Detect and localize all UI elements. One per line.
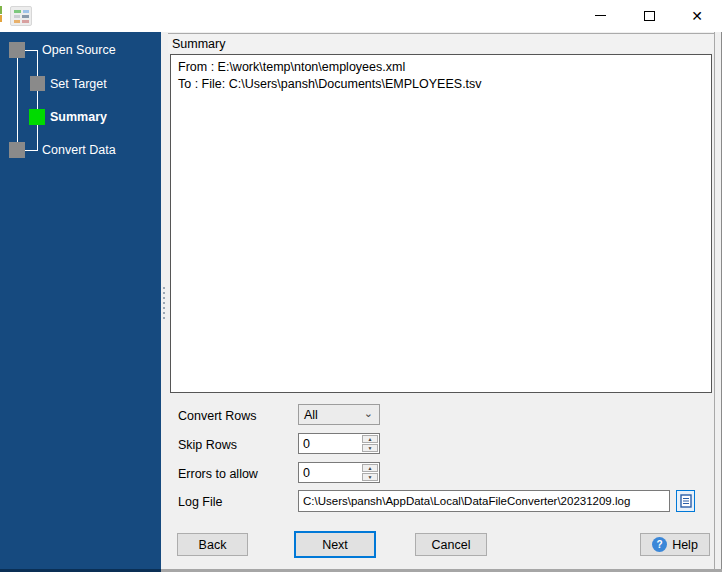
minimize-button[interactable] xyxy=(577,0,623,31)
log-file-input[interactable] xyxy=(298,490,670,512)
convert-rows-label: Convert Rows xyxy=(178,409,257,423)
chevron-down-icon: ⌄ xyxy=(364,407,373,420)
sidebar-splitter[interactable] xyxy=(161,32,168,569)
wizard-sidebar: Open Source Set Target Summary Convert D… xyxy=(0,32,161,569)
sidebar-item-summary[interactable]: Summary xyxy=(50,109,107,125)
maximize-icon xyxy=(644,11,655,21)
errors-to-allow-input[interactable] xyxy=(299,463,361,482)
panel-caption: Summary xyxy=(172,37,225,51)
background-window-sliver xyxy=(0,4,2,28)
step-square-convert-data[interactable] xyxy=(9,142,25,158)
log-file-browse-button[interactable] xyxy=(676,490,695,512)
step-square-set-target[interactable] xyxy=(30,76,45,91)
skip-rows-spin-up-button[interactable]: ▲ xyxy=(362,435,378,443)
sidebar-item-open-source[interactable]: Open Source xyxy=(42,42,116,58)
panel-caption-bar: Summary xyxy=(168,33,714,53)
summary-line-to: To : File: C:\Users\pansh\Documents\EMPL… xyxy=(178,77,482,91)
errors-spin-down-button[interactable]: ▼ xyxy=(362,473,378,481)
errors-spin-up-button[interactable]: ▲ xyxy=(362,464,378,472)
summary-textarea[interactable]: From : E:\work\temp\nton\employees.xml T… xyxy=(170,54,712,393)
cancel-button[interactable]: Cancel xyxy=(415,533,487,556)
title-bar: ✕ xyxy=(0,0,722,32)
document-icon xyxy=(680,494,692,508)
summary-line-from: From : E:\work\temp\nton\employees.xml xyxy=(178,60,405,74)
next-button[interactable]: Next xyxy=(294,531,376,558)
sidebar-item-convert-data[interactable]: Convert Data xyxy=(42,142,116,158)
step-square-summary[interactable] xyxy=(29,109,45,125)
help-button[interactable]: ? Help xyxy=(640,533,710,556)
back-button[interactable]: Back xyxy=(177,533,248,556)
maximize-button[interactable] xyxy=(626,0,672,31)
help-question-icon: ? xyxy=(652,537,667,552)
skip-rows-spin-down-button[interactable]: ▼ xyxy=(362,444,378,452)
help-button-label: Help xyxy=(672,538,698,552)
skip-rows-input[interactable] xyxy=(299,434,361,453)
sidebar-item-set-target[interactable]: Set Target xyxy=(50,76,107,92)
main-panel: Summary From : E:\work\temp\nton\employe… xyxy=(168,32,714,569)
skip-rows-label: Skip Rows xyxy=(178,438,237,452)
minimize-icon xyxy=(595,15,606,16)
close-icon: ✕ xyxy=(691,9,703,23)
tree-line-horizontal-top xyxy=(25,50,38,51)
skip-rows-spinner: ▲ ▼ xyxy=(298,433,380,454)
tree-line-horizontal-bottom xyxy=(25,150,38,151)
step-square-open-source[interactable] xyxy=(9,42,25,58)
log-file-label: Log File xyxy=(178,495,222,509)
tree-line-vertical-inner xyxy=(37,50,38,150)
errors-to-allow-label: Errors to allow xyxy=(178,467,258,481)
tree-line-vertical-left xyxy=(17,58,18,142)
errors-to-allow-spinner: ▲ ▼ xyxy=(298,462,380,483)
convert-rows-value: All xyxy=(304,408,318,422)
window-right-edge xyxy=(714,32,722,569)
app-icon xyxy=(10,6,32,26)
close-button[interactable]: ✕ xyxy=(674,0,720,31)
convert-rows-select[interactable]: All ⌄ xyxy=(298,404,380,425)
